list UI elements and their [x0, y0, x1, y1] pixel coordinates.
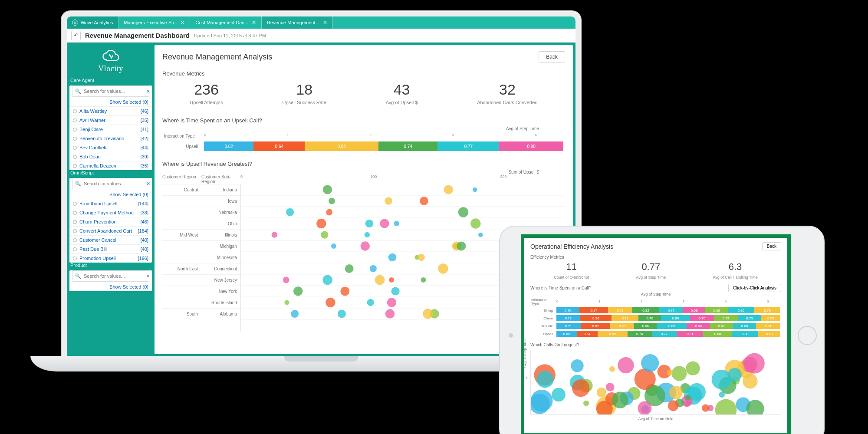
tab-cost[interactable]: Cost Management Das... ✕	[190, 16, 262, 29]
facet-item[interactable]: Churn Prevention[46]	[69, 217, 152, 226]
panel-title: Revenue Management Analysis	[162, 53, 272, 62]
brand-block: Vlocity	[69, 45, 152, 75]
back-button[interactable]: Back	[539, 51, 565, 62]
svg-point-49	[326, 298, 335, 307]
wave-icon: ⊚	[72, 20, 78, 26]
tab-managers[interactable]: Managers Executive Su.. ✕	[118, 16, 190, 29]
svg-point-39	[438, 263, 448, 273]
svg-point-109	[612, 392, 628, 408]
sidebar: Vlocity Care Agent 🔍 ✕ Show Selected (0)…	[69, 45, 152, 354]
cloud-icon	[100, 49, 121, 64]
facet-item[interactable]: Bev Caulfield[44]	[69, 143, 152, 152]
search-input-wrap: 🔍 ✕	[72, 178, 149, 189]
show-selected-link[interactable]: Show Selected (0)	[69, 99, 152, 106]
page-title: Revenue Management Dashboard	[85, 32, 190, 39]
svg-point-73	[609, 366, 615, 372]
facet-item[interactable]: Promotion Upsell[196]	[69, 253, 152, 263]
show-selected-link[interactable]: Show Selected (0)	[69, 192, 152, 199]
svg-point-52	[284, 300, 289, 305]
svg-point-40	[345, 264, 354, 273]
facet-item[interactable]: Bob Dean[39]	[69, 152, 152, 161]
metric-abandoned: 32Abandoned Carts Converted	[477, 81, 537, 106]
facet-item[interactable]: Avril Warner[35]	[69, 115, 152, 125]
facet-item[interactable]: Broadband Upsell[144]	[69, 199, 152, 208]
svg-point-28	[321, 231, 328, 238]
region-row: Ohio	[162, 218, 240, 229]
tablet-bubble-chart: 1	[530, 350, 781, 415]
svg-point-13	[444, 185, 453, 194]
tablet-device: Operational Efficiency Analysis Back Eff…	[499, 226, 825, 434]
facet-item[interactable]: Carmella Deacon[35]	[69, 161, 152, 170]
region-row: New York	[162, 286, 240, 297]
upsell-bar-chart: Interaction Type 01234 Upsell 0.620.640.…	[162, 131, 565, 153]
search-input-wrap: 🔍 ✕	[72, 270, 149, 282]
svg-point-96	[572, 379, 589, 397]
svg-point-17	[420, 197, 428, 205]
tab-brand-label: Wave Analytics	[81, 20, 113, 25]
region-row: Iowa	[162, 195, 240, 207]
clear-icon[interactable]: ✕	[146, 89, 150, 94]
svg-point-27	[272, 232, 278, 238]
panel-header: Revenue Management Analysis Back	[162, 51, 565, 62]
clear-icon[interactable]: ✕	[146, 273, 150, 279]
svg-point-12	[473, 187, 477, 192]
tablet-panel: Operational Efficiency Analysis Back Eff…	[524, 238, 787, 433]
svg-point-18	[458, 207, 468, 217]
region-row: Michigan	[162, 240, 240, 252]
close-icon[interactable]: ✕	[252, 20, 256, 26]
facet-item[interactable]: Benji Clare[41]	[69, 125, 152, 134]
svg-point-104	[728, 368, 742, 382]
svg-point-65	[571, 359, 583, 372]
bar-segment: 0.64	[253, 141, 305, 151]
svg-point-36	[388, 253, 397, 262]
facet-item[interactable]: Customer Cancel[40]	[69, 235, 152, 244]
tablet-bar-row: Upsell0.620.640.920.740.770.810.880.800.…	[531, 330, 780, 337]
undo-button[interactable]: ↶	[71, 31, 81, 40]
search-input[interactable]	[84, 89, 144, 94]
show-selected-link[interactable]: Show Selected (0)	[69, 284, 152, 291]
facet-item[interactable]: Change Payment Method[33]	[69, 208, 152, 217]
facet-item[interactable]: Past Due Bill[40]	[69, 244, 152, 253]
close-icon[interactable]: ✕	[323, 20, 327, 26]
region-row: Nebraska	[162, 207, 240, 218]
svg-point-51	[387, 298, 396, 307]
click-analysis-button[interactable]: Click-by-Click Analysis	[728, 284, 781, 292]
tab-revenue[interactable]: Revenue Management... ✕	[262, 16, 332, 29]
tablet-back-button[interactable]: Back	[762, 242, 781, 250]
search-icon: 🔍	[75, 181, 81, 187]
updated-text: Updated Sep 11, 2015 at 8:47 PM	[194, 33, 266, 38]
tab-brand-wave[interactable]: ⊚ Wave Analytics	[67, 16, 118, 29]
svg-point-14	[323, 185, 332, 194]
svg-point-91	[606, 383, 615, 391]
tablet-title: Operational Efficiency Analysis	[530, 243, 613, 250]
svg-point-110	[668, 400, 679, 411]
svg-point-24	[470, 218, 481, 229]
svg-point-45	[283, 277, 289, 283]
metric-avg-call: 6.3Avg of Call Handling Time	[713, 261, 757, 280]
svg-point-46	[293, 286, 302, 296]
bar-segment: 0.80	[499, 141, 563, 151]
clear-icon[interactable]: ✕	[146, 181, 150, 187]
facet-item[interactable]: Benvenuto Trevisano[42]	[69, 134, 152, 143]
axis-sum-upsell: Sum of Upsell $	[162, 170, 565, 174]
svg-point-48	[391, 287, 400, 295]
svg-point-50	[367, 299, 374, 306]
svg-point-112	[618, 357, 634, 373]
tablet-home-button[interactable]	[798, 326, 817, 345]
facet-care agent: 🔍 ✕ Show Selected (0) Alita Westley[46]A…	[69, 85, 152, 170]
bar-segment: 0.92	[305, 141, 378, 151]
svg-point-22	[365, 220, 374, 228]
metric-upsell-attempts: 236Upsell Attempts	[190, 81, 223, 106]
metric-omniscript-count: 11Count of OmniScript	[554, 261, 589, 280]
svg-point-23	[380, 219, 389, 228]
svg-point-68	[702, 404, 709, 411]
close-icon[interactable]: ✕	[180, 20, 184, 26]
facet-item[interactable]: Alita Westley[46]	[69, 106, 152, 115]
search-input[interactable]	[84, 273, 144, 279]
region-row: CentralIndiana	[162, 184, 240, 195]
search-input[interactable]	[84, 181, 144, 186]
svg-point-47	[340, 287, 349, 296]
svg-point-105	[684, 401, 690, 407]
facet-item[interactable]: Convert Abandoned Cart[184]	[69, 226, 152, 235]
tab-label: Revenue Management...	[267, 20, 319, 25]
